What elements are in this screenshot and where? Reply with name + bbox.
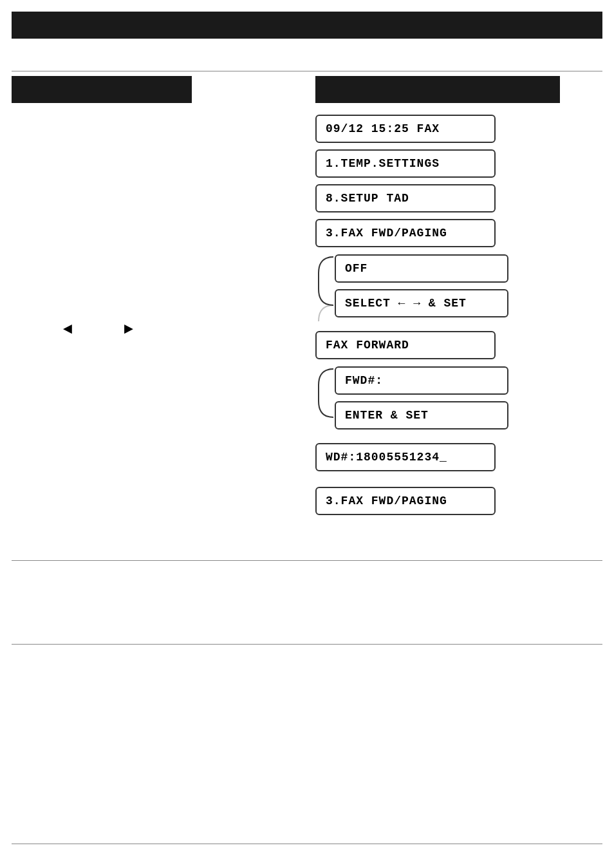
bracket-group-1: OFF SELECT ← → & SET [315,254,599,325]
right-panel-header [315,76,560,103]
bracket-2-svg [315,366,335,437]
left-panel: ◄ ► [12,76,301,552]
divider-top [12,71,602,71]
lcd-fax-fwd-paging-2: 3.FAX FWD/PAGING [315,487,496,515]
arrow-left-icon: ◄ [63,321,72,338]
divider-bottom-2 [12,844,602,844]
bracket-1-svg [315,254,335,325]
lcd-fax-forward: FAX FORWARD [315,331,496,359]
lcd-setup-tad: 8.SETUP TAD [315,184,496,212]
top-header-bar [12,12,602,39]
lcd-select-arrows: SELECT ← → & SET [335,289,508,317]
lcd-off: OFF [335,254,508,283]
lcd-wd-number: WD#:18005551234_ [315,443,496,471]
bracket-boxes-1: OFF SELECT ← → & SET [335,254,599,324]
lcd-fwd-hash: FWD#: [335,366,508,395]
arrow-right-icon: ► [124,321,133,338]
bracket-boxes-2: FWD#: ENTER & SET [335,366,599,436]
divider-bottom-1 [12,644,602,645]
bracket-group-2: FWD#: ENTER & SET [315,366,599,437]
right-panel: 09/12 15:25 FAX 1.TEMP.SETTINGS 8.SETUP … [315,76,599,522]
spacer [315,478,599,487]
left-panel-header [12,76,192,103]
lcd-enter-set: ENTER & SET [335,401,508,429]
arrow-area: ◄ ► [63,321,133,338]
lcd-fax-fwd-paging-1: 3.FAX FWD/PAGING [315,219,496,247]
lcd-datetime-fax: 09/12 15:25 FAX [315,115,496,143]
divider-mid [12,560,602,561]
lcd-temp-settings: 1.TEMP.SETTINGS [315,149,496,178]
